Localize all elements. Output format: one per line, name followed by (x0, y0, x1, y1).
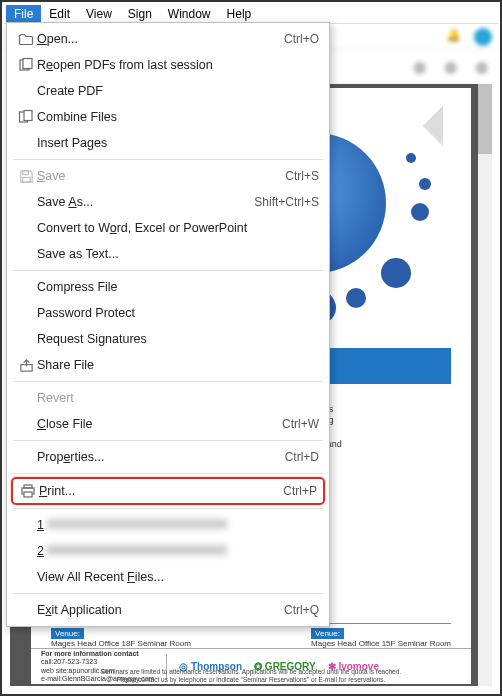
menu-label: View All Recent Files... (37, 570, 319, 584)
menu-label: Compress File (37, 280, 319, 294)
menu-item-save-as[interactable]: Save As... Shift+Ctrl+S (7, 189, 329, 215)
menu-label: Save as Text... (37, 247, 319, 261)
menu-item-password[interactable]: Password Protect (7, 300, 329, 326)
menu-label: Password Protect (37, 306, 319, 320)
menu-label: 2 (37, 544, 319, 558)
menu-window[interactable]: Window (160, 5, 219, 23)
venue-text: Mages Head Office 18F Seminar Room (51, 639, 191, 648)
menu-help[interactable]: Help (219, 5, 260, 23)
menu-item-save[interactable]: Save Ctrl+S (7, 163, 329, 189)
save-icon (15, 169, 37, 184)
menu-label: 1 (37, 518, 319, 532)
menu-label: Exit Application (37, 603, 284, 617)
scrollbar-thumb[interactable] (478, 84, 492, 154)
menu-item-open[interactable]: Open... Ctrl+O (7, 26, 329, 52)
bell-icon: 🔔 (446, 28, 464, 46)
menu-shortcut: Ctrl+Q (284, 603, 319, 617)
menu-item-combine[interactable]: Combine Files (7, 104, 329, 130)
menu-label: Share File (37, 358, 319, 372)
menu-item-save-text[interactable]: Save as Text... (7, 241, 329, 267)
menu-item-view-all-recent[interactable]: View All Recent Files... (7, 564, 329, 590)
user-icon (474, 28, 492, 46)
menu-label: Create PDF (37, 84, 319, 98)
menu-shortcut: Ctrl+P (283, 484, 317, 498)
reopen-icon (15, 57, 37, 73)
menu-label: Insert Pages (37, 136, 319, 150)
combine-icon (15, 109, 37, 125)
menu-sign[interactable]: Sign (120, 5, 160, 23)
menu-label: Reopen PDFs from last session (37, 58, 319, 72)
menu-label: Revert (37, 391, 319, 405)
menu-shortcut: Ctrl+O (284, 32, 319, 46)
menu-item-convert[interactable]: Convert to Word, Excel or PowerPoint (7, 215, 329, 241)
menu-item-share[interactable]: Share File (7, 352, 329, 378)
menu-item-properties[interactable]: Properties... Ctrl+D (7, 444, 329, 470)
venue-label: Venue: (311, 628, 344, 639)
menu-label: Convert to Word, Excel or PowerPoint (37, 221, 319, 235)
menu-label: Close File (37, 417, 282, 431)
svg-rect-4 (22, 170, 28, 174)
menu-label: Properties... (37, 450, 285, 464)
menu-item-compress[interactable]: Compress File (7, 274, 329, 300)
toolbar-icon: ⬤ (413, 60, 426, 74)
menu-label: Save (37, 169, 285, 183)
svg-rect-5 (22, 177, 30, 182)
menu-item-print[interactable]: Print... Ctrl+P (11, 477, 325, 505)
menu-item-reopen[interactable]: Reopen PDFs from last session (7, 52, 329, 78)
menu-item-insert-pages[interactable]: Insert Pages (7, 130, 329, 156)
menu-label: Print... (39, 484, 283, 498)
menu-item-create-pdf[interactable]: Create PDF (7, 78, 329, 104)
menu-label: Open... (37, 32, 284, 46)
menu-item-signatures[interactable]: Request Signatures (7, 326, 329, 352)
menu-label: Save As... (37, 195, 254, 209)
share-icon (15, 358, 37, 373)
menu-label: Combine Files (37, 110, 319, 124)
legal-footer: Seminars are limited to attendance reser… (2, 668, 500, 684)
toolbar-icon: ⬤ (475, 60, 488, 74)
menu-label: Request Signatures (37, 332, 319, 346)
menu-item-close[interactable]: Close File Ctrl+W (7, 411, 329, 437)
menu-item-revert[interactable]: Revert (7, 385, 329, 411)
menu-item-recent-1[interactable]: 1 (7, 512, 329, 538)
svg-rect-9 (24, 492, 32, 497)
venue-text: Mages Head Office 15F Seminar Room (311, 639, 451, 648)
toolbar-icon: ⬤ (444, 60, 457, 74)
menu-bar: File Edit View Sign Window Help (4, 4, 498, 24)
venue-label: Venue: (51, 628, 84, 639)
menu-shortcut: Ctrl+S (285, 169, 319, 183)
svg-rect-1 (23, 59, 32, 69)
svg-rect-3 (24, 111, 32, 121)
file-menu-dropdown: Open... Ctrl+O Reopen PDFs from last ses… (6, 22, 330, 627)
menu-item-recent-2[interactable]: 2 (7, 538, 329, 564)
menu-view[interactable]: View (78, 5, 120, 23)
folder-open-icon (15, 31, 37, 47)
menu-shortcut: Shift+Ctrl+S (254, 195, 319, 209)
menu-edit[interactable]: Edit (41, 5, 78, 23)
menu-item-exit[interactable]: Exit Application Ctrl+Q (7, 597, 329, 623)
print-icon (17, 483, 39, 499)
vertical-scrollbar[interactable] (478, 84, 492, 686)
menu-shortcut: Ctrl+W (282, 417, 319, 431)
menu-shortcut: Ctrl+D (285, 450, 319, 464)
menu-file[interactable]: File (6, 5, 41, 23)
